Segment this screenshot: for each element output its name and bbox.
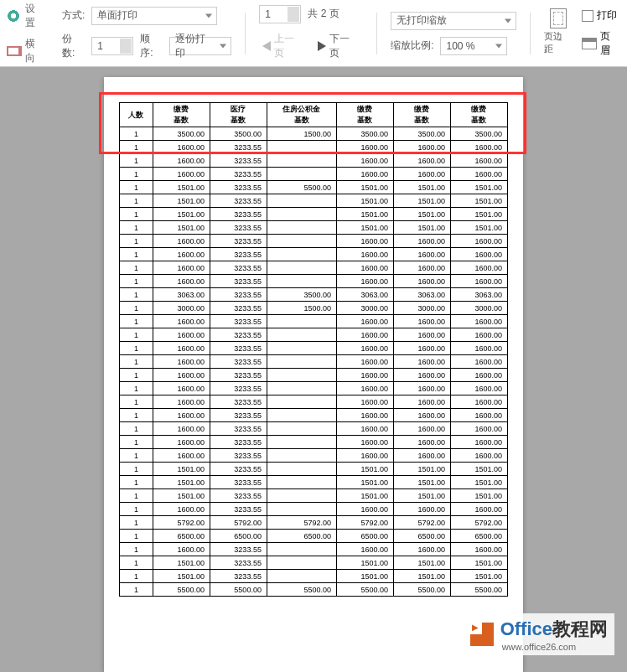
table-cell [267,463,336,476]
table-cell: 1600.00 [450,328,507,342]
table-cell: 3233.55 [210,154,267,168]
table-cell [267,476,336,489]
table-cell: 1600.00 [153,503,210,516]
table-cell: 1600.00 [153,382,210,395]
table-cell: 1501.00 [337,476,394,489]
table-cell: 3500.00 [450,127,507,141]
table-cell: 1600.00 [337,342,394,355]
table-cell: 1600.00 [153,248,210,261]
table-cell [267,235,336,248]
table-cell: 5500.00 [210,583,267,597]
table-cell: 3500.00 [267,288,336,302]
table-cell: 1600.00 [337,261,394,275]
table-cell: 1600.00 [153,369,210,382]
copies-label: 份数: [62,32,85,60]
preview-area: 人数缴费基数医疗基数住房公积金基数缴费基数缴费基数缴费基数 13500.0035… [0,67,627,672]
table-cell [267,422,336,436]
table-row: 11600.003233.551600.001600.001600.00 [120,355,508,369]
table-cell: 6500.00 [267,530,336,543]
table-cell: 1501.00 [393,208,450,221]
table-cell: 3233.55 [210,556,267,570]
table-cell: 1600.00 [337,369,394,382]
table-cell: 1 [120,570,153,583]
print-checkbox-row[interactable]: 打印 [582,8,620,23]
table-cell: 1600.00 [153,422,210,436]
table-cell: 1600.00 [393,436,450,449]
table-cell: 5500.00 [393,583,450,597]
table-header-cell: 缴费基数 [153,103,210,127]
table-row: 11501.003233.551501.001501.001501.00 [120,463,508,476]
table-cell: 1600.00 [393,395,450,409]
table-cell [267,342,336,355]
table-cell: 1600.00 [393,141,450,154]
table-cell: 1600.00 [337,503,394,516]
table-cell: 1600.00 [450,248,507,261]
table-cell [267,449,336,463]
table-cell [267,355,336,369]
table-cell: 1600.00 [337,436,394,449]
prev-page-button[interactable]: 上一页 [259,30,308,62]
table-cell: 5792.00 [337,516,394,530]
table-cell: 3233.55 [210,503,267,516]
mode-select[interactable]: 单面打印 [91,7,217,25]
header-footer-button[interactable]: 页眉 [582,29,620,58]
table-cell: 1501.00 [153,476,210,489]
table-cell: 1 [120,503,153,516]
table-row: 13000.003233.551500.003000.003000.003000… [120,302,508,315]
table-cell: 1600.00 [393,154,450,168]
copies-spinner[interactable]: 1 [91,37,133,55]
table-row: 11600.003233.551600.001600.001600.00 [120,154,508,168]
table-cell: 1501.00 [450,556,507,570]
table-header-cell: 缴费基数 [337,103,394,127]
table-cell: 1600.00 [153,154,210,168]
arrow-left-icon [262,41,271,51]
table-cell: 3233.55 [210,221,267,235]
scale-value-select[interactable]: 100 % [440,37,507,55]
table-cell: 1 [120,436,153,449]
table-cell: 1600.00 [450,395,507,409]
table-cell: 3233.55 [210,436,267,449]
table-row: 15500.005500.005500.005500.005500.005500… [120,583,508,597]
table-cell: 1 [120,463,153,476]
table-cell: 1600.00 [337,422,394,436]
table-cell: 1501.00 [337,221,394,235]
table-cell: 6500.00 [153,530,210,543]
table-cell: 1501.00 [153,570,210,583]
table-row: 11501.003233.551501.001501.001501.00 [120,556,508,570]
table-cell: 1 [120,583,153,597]
page-spinner[interactable]: 1 [259,5,301,23]
table-row: 15792.005792.005792.005792.005792.005792… [120,516,508,530]
landscape-button[interactable]: 横向 [7,37,45,65]
table-cell: 1600.00 [337,409,394,422]
table-cell: 1501.00 [337,556,394,570]
table-cell: 1600.00 [153,355,210,369]
settings-button[interactable]: 设置 [7,2,45,30]
table-row: 11600.003233.551600.001600.001600.00 [120,342,508,355]
table-cell: 1 [120,328,153,342]
table-row: 11501.003233.551501.001501.001501.00 [120,570,508,583]
table-cell: 1 [120,275,153,288]
table-header-cell: 医疗基数 [210,103,267,127]
table-row: 11600.003233.551600.001600.001600.00 [120,168,508,181]
next-page-button[interactable]: 下一页 [314,30,363,62]
table-cell: 1 [120,382,153,395]
table-cell: 1600.00 [450,141,507,154]
table-cell: 1600.00 [450,342,507,355]
table-cell: 1500.00 [267,302,336,315]
table-cell: 1600.00 [450,315,507,328]
watermark-brand2: 教程网 [552,618,608,639]
print-page: 人数缴费基数医疗基数住房公积金基数缴费基数缴费基数缴费基数 13500.0035… [104,77,523,672]
margins-button[interactable]: 页边距 [544,8,572,55]
table-cell: 3233.55 [210,570,267,583]
table-row: 11600.003233.551600.001600.001600.00 [120,449,508,463]
table-row: 11600.003233.551600.001600.001600.00 [120,141,508,154]
table-cell [267,315,336,328]
scale-mode-select[interactable]: 无打印缩放 [391,12,516,30]
table-cell: 3500.00 [153,127,210,141]
table-cell: 1 [120,141,153,154]
landscape-icon [7,46,20,56]
table-cell: 1501.00 [337,181,394,194]
table-cell: 3233.55 [210,302,267,315]
table-cell: 1600.00 [153,168,210,181]
order-select[interactable]: 逐份打印 [169,37,231,55]
